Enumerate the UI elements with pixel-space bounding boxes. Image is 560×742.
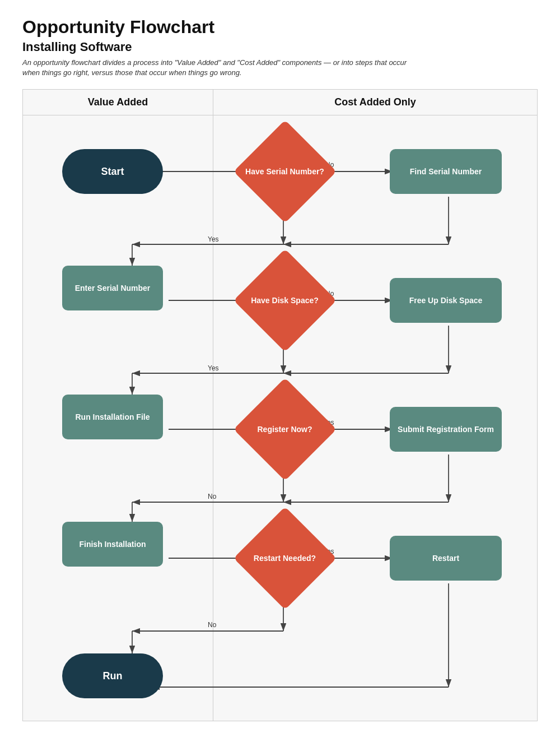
find-serial-node: Find Serial Number: [390, 149, 502, 194]
start-node: Start: [62, 149, 163, 194]
have-serial-diamond-wrap: Have Serial Number?: [230, 135, 339, 208]
diagram-area: No Yes No Yes: [23, 115, 537, 721]
header-cost-added: Cost Added Only: [213, 90, 537, 115]
restart-node: Restart: [390, 536, 502, 581]
restart-needed-diamond: [234, 507, 337, 610]
page-description: An opportunity flowchart divides a proce…: [22, 58, 414, 78]
finish-installation-node: Finish Installation: [62, 522, 163, 567]
register-now-diamond: [234, 378, 337, 481]
page-subtitle: Installing Software: [22, 40, 538, 54]
enter-serial-node: Enter Serial Number: [62, 266, 163, 310]
header-row: Value Added Cost Added Only: [23, 90, 537, 115]
page-title: Opportunity Flowchart: [22, 17, 538, 38]
header-value-added: Value Added: [23, 90, 213, 115]
have-serial-diamond: [234, 120, 337, 223]
free-up-disk-node: Free Up Disk Space: [390, 278, 502, 323]
submit-registration-node: Submit Registration Form: [390, 407, 502, 452]
have-disk-diamond: [234, 249, 337, 352]
run-node: Run: [62, 653, 163, 698]
restart-needed-diamond-wrap: Restart Needed?: [230, 522, 339, 595]
flowchart: Value Added Cost Added Only No Yes: [22, 89, 538, 721]
have-disk-diamond-wrap: Have Disk Space?: [230, 264, 339, 337]
register-now-diamond-wrap: Register Now?: [230, 393, 339, 466]
run-installation-node: Run Installation File: [62, 395, 163, 439]
